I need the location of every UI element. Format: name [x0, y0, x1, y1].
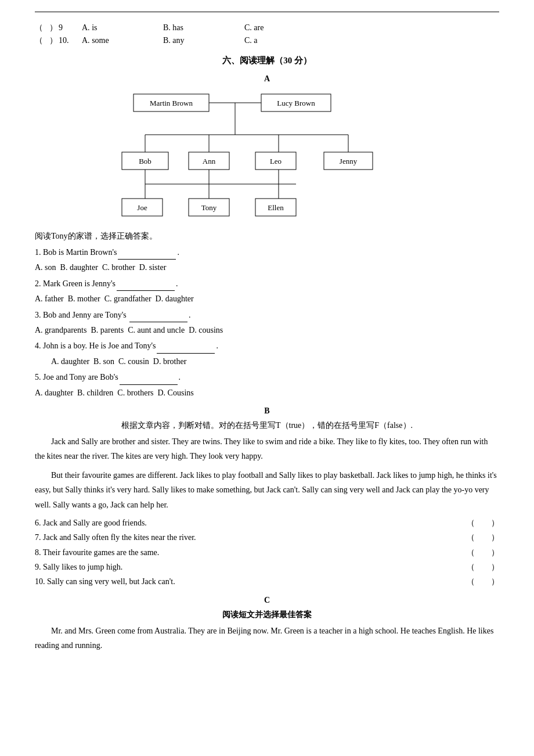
qa-choices-3: A. grandparents B. parents C. aunt and u…: [35, 324, 499, 337]
q10-choiceB: B. any: [163, 36, 210, 45]
top-divider: [35, 12, 499, 12]
question-9-row: （ ） 9 A. is B. has C. are: [35, 23, 499, 33]
tf-text-8: 8. Their favourite games are the same.: [35, 546, 464, 559]
svg-text:Lucy Brown: Lucy Brown: [277, 99, 315, 107]
q10-choices: A. some B. any C. a: [82, 36, 291, 45]
tf-text-9: 9. Sally likes to jump high.: [35, 561, 464, 574]
tf-blank-9: （ ）: [464, 561, 499, 574]
reading-section-a: 阅读Tony的家谱，选择正确答案。 1. Bob is Martin Brown…: [35, 231, 499, 399]
paragraph-b1: Jack and Sally are brother and sister. T…: [35, 434, 499, 463]
qa-blank-2: [117, 278, 175, 291]
section-c: C 阅读短文并选择最佳答案 Mr. and Mrs. Green come fr…: [35, 596, 499, 653]
svg-text:Martin Brown: Martin Brown: [150, 99, 193, 107]
tf-question-8: 8. Their favourite games are the same. （…: [35, 546, 499, 559]
q10-choiceC: C. a: [244, 36, 291, 45]
qa-choices-2: A. father B. mother C. grandfather D. da…: [35, 293, 499, 305]
q10-number: 10.: [59, 36, 76, 45]
svg-text:Tony: Tony: [201, 203, 217, 212]
qa-blank-3: [129, 309, 187, 322]
qa-choices-1: A. son B. daughter C. brother D. sister: [35, 261, 499, 274]
tf-text-10: 10. Sally can sing very well, but Jack c…: [35, 575, 464, 588]
tf-blank-7: （ ）: [464, 531, 499, 544]
tf-question-6: 6. Jack and Sally are good friends. （ ）: [35, 517, 499, 530]
qa-choices-5: A. daughter B. children C. brothers D. C…: [35, 387, 499, 399]
svg-text:Jenny: Jenny: [340, 157, 358, 165]
q10-choiceA: A. some: [82, 36, 128, 45]
qa-question-1: 1. Bob is Martin Brown's .: [35, 246, 499, 260]
q9-choiceC: C. are: [244, 23, 291, 33]
q10-open-paren: （: [35, 35, 43, 46]
question-10-row: （ ） 10. A. some B. any C. a: [35, 35, 499, 46]
subsection-a-label: A: [35, 74, 499, 84]
tf-blank-6: （ ）: [464, 517, 499, 530]
tf-blank-8: （ ）: [464, 546, 499, 559]
svg-text:Ellen: Ellen: [268, 203, 284, 212]
tf-blank-10: （ ）: [464, 575, 499, 588]
qa-question-4: 4. John is a boy. He is Joe and Tony's .: [35, 340, 499, 353]
q9-choices: A. is B. has C. are: [82, 23, 291, 33]
qa-choices-4: A. daughter B. son C. cousin D. brother: [35, 355, 499, 368]
q9-number: 9: [59, 23, 76, 33]
section-six-title: 六、阅读理解（30 分）: [35, 55, 499, 66]
q9-close-paren: ）: [49, 23, 57, 33]
qa-question-5: 5. Joe and Tony are Bob's .: [35, 371, 499, 384]
tf-text-7: 7. Jack and Sally often fly the kites ne…: [35, 531, 464, 544]
svg-text:Ann: Ann: [203, 157, 216, 165]
tf-question-10: 10. Sally can sing very well, but Jack c…: [35, 575, 499, 588]
tf-text-6: 6. Jack and Sally are good friends.: [35, 517, 464, 530]
subsection-c-label: C: [35, 596, 499, 605]
c-title: 阅读短文并选择最佳答案: [35, 610, 499, 620]
b-intro: 根据文章内容，判断对错。对的在括号里写T（true），错的在括号里写F（fals…: [35, 420, 499, 431]
qa-question-3: 3. Bob and Jenny are Tony's .: [35, 309, 499, 322]
qa-blank-4: [157, 340, 215, 353]
q10-close-paren: ）: [49, 35, 57, 46]
tf-question-9: 9. Sally likes to jump high. （ ）: [35, 561, 499, 574]
svg-text:Joe: Joe: [137, 203, 147, 212]
qa-question-2: 2. Mark Green is Jenny's .: [35, 278, 499, 291]
subsection-b-label: B: [35, 406, 499, 416]
tf-question-7: 7. Jack and Sally often fly the kites ne…: [35, 531, 499, 544]
svg-text:Bob: Bob: [139, 157, 151, 165]
family-tree-diagram: Martin Brown Lucy Brown Bob Ann Leo Jenn…: [99, 88, 435, 222]
qa-blank-5: [120, 371, 178, 384]
q9-blank: [44, 23, 48, 33]
q9-choiceA: A. is: [82, 23, 128, 33]
qa-blank-1: [118, 246, 176, 260]
paragraph-c1: Mr. and Mrs. Green come from Australia. …: [35, 624, 499, 653]
section-b: B 根据文章内容，判断对错。对的在括号里写T（true），错的在括号里写F（fa…: [35, 406, 499, 589]
q9-open-paren: （: [35, 23, 43, 33]
svg-text:Leo: Leo: [270, 157, 282, 165]
q9-choiceB: B. has: [163, 23, 210, 33]
paragraph-b2: But their favourite games are different.…: [35, 468, 499, 512]
q10-blank: [44, 36, 48, 45]
reading-intro-a: 阅读Tony的家谱，选择正确答案。: [35, 231, 499, 242]
